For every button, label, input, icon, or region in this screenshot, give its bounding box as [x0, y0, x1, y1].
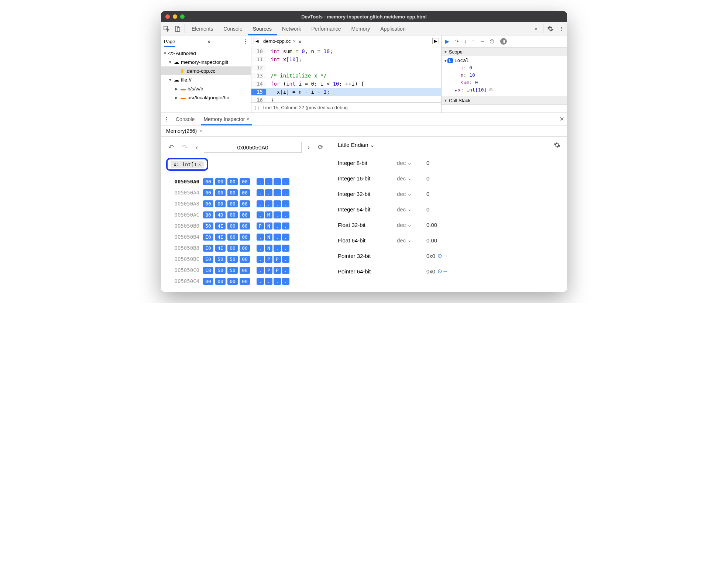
memory-row[interactable]: 005050B0504E0000PN..	[166, 220, 326, 231]
ascii-byte[interactable]: .	[265, 189, 272, 196]
callstack-header[interactable]: ▼Call Stack	[442, 96, 567, 105]
hex-byte[interactable]: 00	[227, 222, 238, 230]
endian-select[interactable]: Little Endian ⌄	[338, 142, 375, 148]
ascii-byte[interactable]: N	[265, 234, 272, 241]
next-page-icon[interactable]: ›	[305, 144, 312, 151]
ascii-byte[interactable]: .	[282, 256, 289, 263]
ascii-byte[interactable]: P	[274, 256, 281, 263]
tree-domain[interactable]: ▼☁memory-inspector.glit	[161, 58, 251, 66]
scope-header[interactable]: ▼Scope	[442, 47, 567, 56]
memory-row[interactable]: 005050B8E04E0000.N..	[166, 242, 326, 253]
ascii-byte[interactable]: .	[257, 200, 264, 207]
ascii-byte[interactable]: N	[265, 222, 272, 230]
ascii-byte[interactable]: .	[274, 222, 281, 230]
more-tabs-icon[interactable]: »	[299, 38, 302, 44]
ascii-byte[interactable]: .	[282, 178, 289, 185]
close-drawer-icon[interactable]: ×	[560, 115, 564, 123]
scope-variable[interactable]: n: 10	[444, 72, 564, 80]
hex-byte[interactable]: 00	[240, 278, 250, 285]
ascii-byte[interactable]: .	[282, 267, 289, 274]
ascii-byte[interactable]: .	[257, 278, 264, 285]
hex-byte[interactable]: 00	[240, 200, 250, 207]
undo-icon[interactable]: ↶	[166, 143, 176, 151]
scope-variable[interactable]: sum: 0	[444, 80, 564, 87]
memory-buffer-tab[interactable]: Memory(256)×	[166, 128, 202, 134]
reveal-in-memory-icon[interactable]: ⊞	[490, 87, 492, 93]
hex-byte[interactable]: 50	[215, 267, 226, 274]
code-line[interactable]: 11int x[10];	[251, 55, 441, 63]
jump-to-address-icon[interactable]: ⊙→	[437, 252, 448, 259]
hex-byte[interactable]: E0	[203, 256, 213, 263]
ascii-byte[interactable]: P	[257, 222, 264, 230]
hex-byte[interactable]: 00	[227, 178, 238, 185]
ascii-byte[interactable]: .	[257, 189, 264, 196]
pause-exceptions-icon[interactable]: ⏸	[500, 38, 507, 45]
line-number[interactable]: 11	[251, 56, 266, 62]
hex-byte[interactable]: E0	[203, 234, 213, 241]
hex-byte[interactable]: 00	[203, 200, 213, 207]
device-icon[interactable]	[172, 25, 183, 32]
hex-byte[interactable]: 00	[227, 189, 238, 196]
console-tab[interactable]: Console	[174, 113, 197, 125]
remove-highlight-icon[interactable]: ×	[198, 162, 201, 167]
hex-byte[interactable]: 4E	[215, 234, 226, 241]
hex-byte[interactable]: 00	[240, 245, 250, 252]
hex-byte[interactable]: 80	[203, 211, 213, 218]
ascii-byte[interactable]: .	[274, 234, 281, 241]
hex-byte[interactable]: 00	[203, 178, 213, 185]
line-number[interactable]: 13	[251, 73, 266, 79]
ascii-byte[interactable]: .	[257, 211, 264, 218]
sidebar-menu-icon[interactable]: ⋮	[243, 38, 248, 44]
pretty-print-icon[interactable]: { }	[254, 105, 259, 110]
hex-byte[interactable]: 4E	[215, 245, 226, 252]
more-icon[interactable]: »	[207, 38, 210, 44]
ascii-byte[interactable]: .	[282, 278, 289, 285]
ascii-byte[interactable]: M	[265, 211, 272, 218]
hex-byte[interactable]: 00	[240, 267, 250, 274]
resume-icon[interactable]: ▶	[445, 38, 449, 44]
line-number[interactable]: 15	[251, 89, 266, 95]
tree-file-scheme[interactable]: ▼☁file://	[161, 75, 251, 84]
ascii-byte[interactable]: .	[257, 234, 264, 241]
scope-variable[interactable]: ▶x: int[10] ⊞	[444, 87, 564, 94]
hex-byte[interactable]: E0	[203, 245, 213, 252]
ascii-byte[interactable]: .	[282, 234, 289, 241]
hex-byte[interactable]: 00	[227, 211, 238, 218]
ascii-byte[interactable]: .	[274, 200, 281, 207]
memory-row[interactable]: 005050B4E04E0000.N..	[166, 231, 326, 242]
hex-byte[interactable]: 00	[240, 211, 250, 218]
memory-row[interactable]: 005050A000000000....	[166, 176, 326, 187]
ascii-byte[interactable]: .	[282, 222, 289, 230]
code-line[interactable]: 15 x[i] = n - i - 1;	[251, 88, 441, 96]
memory-row[interactable]: 005050C0C8505000.PP.	[166, 265, 326, 276]
ascii-byte[interactable]: .	[265, 200, 272, 207]
memory-row[interactable]: 005050BCE0505000.PP.	[166, 253, 326, 265]
ascii-byte[interactable]: .	[282, 200, 289, 207]
hex-byte[interactable]: 00	[240, 256, 250, 263]
hex-byte[interactable]: 00	[203, 189, 213, 196]
hex-byte[interactable]: 50	[203, 222, 213, 230]
panel-tab-elements[interactable]: Elements	[186, 22, 218, 35]
panel-tab-performance[interactable]: Performance	[306, 22, 346, 35]
ascii-byte[interactable]: .	[257, 256, 264, 263]
hex-byte[interactable]: 4D	[215, 211, 226, 218]
refresh-icon[interactable]: ⟳	[316, 143, 326, 151]
step-icon[interactable]: →	[480, 38, 485, 44]
ascii-byte[interactable]: .	[274, 189, 281, 196]
hex-byte[interactable]: 00	[203, 278, 213, 285]
hex-byte[interactable]: 00	[240, 178, 250, 185]
hex-byte[interactable]: 00	[227, 278, 238, 285]
line-number[interactable]: 16	[251, 97, 266, 102]
address-input[interactable]	[204, 142, 302, 153]
object-tag[interactable]: x: int[1×	[171, 161, 204, 168]
hex-byte[interactable]: 00	[240, 222, 250, 230]
tree-file-selected[interactable]: ▮demo-cpp.cc	[161, 66, 251, 75]
panel-tab-network[interactable]: Network	[277, 22, 306, 35]
tree-folder2[interactable]: ▶▬usr/local/google/ho	[161, 93, 251, 102]
panel-tab-console[interactable]: Console	[218, 22, 247, 35]
hex-byte[interactable]: 00	[215, 200, 226, 207]
panel-tab-memory[interactable]: Memory	[346, 22, 375, 35]
memory-row[interactable]: 005050AC804D0000.M..	[166, 209, 326, 220]
code-line[interactable]: 10int sum = 0, n = 10;	[251, 47, 441, 55]
hex-byte[interactable]: 4E	[215, 222, 226, 230]
